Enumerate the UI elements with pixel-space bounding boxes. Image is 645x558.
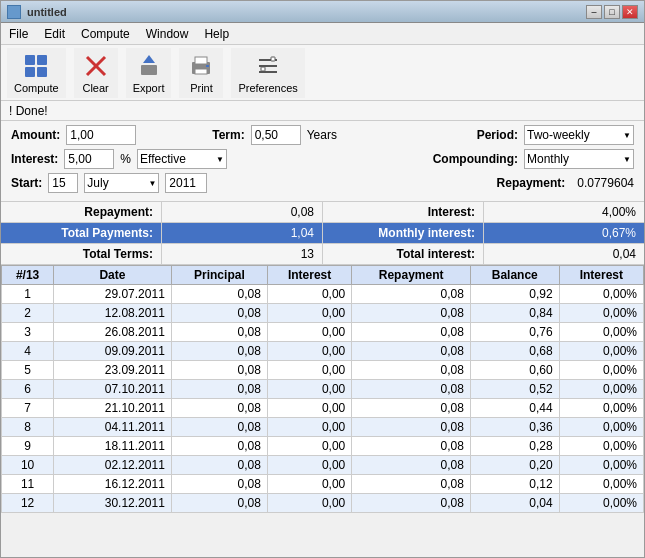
table-cell: 30.12.2011 — [54, 494, 172, 513]
close-button[interactable]: ✕ — [622, 5, 638, 19]
table-cell: 0,04 — [470, 494, 559, 513]
table-cell: 10 — [2, 456, 54, 475]
table-cell: 0,08 — [171, 304, 267, 323]
menu-file[interactable]: File — [1, 23, 36, 44]
start-month-select[interactable]: JanuaryFebruaryMarch AprilMayJune JulyAu… — [84, 173, 159, 193]
table-cell: 0,00% — [559, 323, 643, 342]
menu-window[interactable]: Window — [138, 23, 197, 44]
compounding-select-wrapper: Monthly Daily Weekly Quarterly Annually — [524, 149, 634, 169]
table-cell: 0,00 — [267, 304, 351, 323]
table-cell: 0,00 — [267, 418, 351, 437]
window-title: untitled — [27, 6, 580, 18]
export-button[interactable]: Export — [126, 48, 172, 98]
table-cell: 0,92 — [470, 285, 559, 304]
summary-monthly-interest-label: Monthly interest: — [323, 223, 484, 243]
compute-label: Compute — [14, 82, 59, 94]
form-row-1: Amount: Term: Years Period: Two-weekly M… — [11, 125, 634, 145]
start-day-input[interactable] — [48, 173, 78, 193]
svg-rect-16 — [271, 57, 275, 61]
table-cell: 1 — [2, 285, 54, 304]
table-cell: 0,08 — [171, 342, 267, 361]
print-button[interactable]: Print — [179, 48, 223, 98]
clear-label: Clear — [82, 82, 108, 94]
summary-repayment-value: 0,08 — [162, 202, 323, 222]
period-select-wrapper: Two-weekly Monthly Weekly — [524, 125, 634, 145]
col-header-num: #/13 — [2, 266, 54, 285]
percent-label: % — [120, 152, 131, 166]
svg-rect-15 — [261, 67, 265, 71]
table-cell: 0,08 — [352, 399, 471, 418]
table-cell: 0,00% — [559, 456, 643, 475]
table-row: 918.11.20110,080,000,080,280,00% — [2, 437, 644, 456]
table-cell: 0,60 — [470, 361, 559, 380]
table-cell: 0,08 — [352, 304, 471, 323]
maximize-button[interactable]: □ — [604, 5, 620, 19]
status-bar: ! Done! — [1, 101, 644, 121]
table-cell: 0,68 — [470, 342, 559, 361]
table-cell: 0,08 — [352, 456, 471, 475]
table-cell: 0,08 — [352, 418, 471, 437]
table-cell: 8 — [2, 418, 54, 437]
clear-button[interactable]: Clear — [74, 48, 118, 98]
scroll-wrapper[interactable]: #/13 Date Principal Interest Repayment B… — [1, 265, 644, 557]
table-cell: 0,84 — [470, 304, 559, 323]
menu-help[interactable]: Help — [196, 23, 237, 44]
table-cell: 0,08 — [171, 323, 267, 342]
term-input[interactable] — [251, 125, 301, 145]
summary-row-3: Total Terms: 13 Total interest: 0,04 — [1, 244, 644, 265]
repayment-calc-label: Repayment: — [497, 176, 566, 190]
col-header-balance: Balance — [470, 266, 559, 285]
col-header-repayment: Repayment — [352, 266, 471, 285]
menu-compute[interactable]: Compute — [73, 23, 138, 44]
table-cell: 0,08 — [171, 437, 267, 456]
svg-rect-11 — [206, 65, 209, 67]
status-message: ! Done! — [9, 104, 48, 118]
export-icon — [135, 52, 163, 80]
table-cell: 04.11.2011 — [54, 418, 172, 437]
form-row-2: Interest: % Effective Nominal Compoundin… — [11, 149, 634, 169]
col-header-interest: Interest — [267, 266, 351, 285]
main-window: untitled – □ ✕ File Edit Compute Window … — [0, 0, 645, 558]
table-cell: 0,08 — [352, 494, 471, 513]
preferences-button[interactable]: Preferences — [231, 48, 304, 98]
svg-rect-9 — [195, 57, 207, 64]
table-cell: 0,08 — [171, 285, 267, 304]
table-cell: 0,08 — [171, 494, 267, 513]
table-cell: 16.12.2011 — [54, 475, 172, 494]
table-cell: 9 — [2, 437, 54, 456]
summary-row-2: Total Payments: 1,04 Monthly interest: 0… — [1, 223, 644, 244]
compute-button[interactable]: Compute — [7, 48, 66, 98]
svg-rect-2 — [25, 67, 35, 77]
menu-edit[interactable]: Edit — [36, 23, 73, 44]
minimize-button[interactable]: – — [586, 5, 602, 19]
table-cell: 0,44 — [470, 399, 559, 418]
table-cell: 2 — [2, 304, 54, 323]
table-cell: 0,52 — [470, 380, 559, 399]
interest-input[interactable] — [64, 149, 114, 169]
table-cell: 0,00 — [267, 437, 351, 456]
col-header-interest2: Interest — [559, 266, 643, 285]
svg-rect-3 — [37, 67, 47, 77]
compounding-select[interactable]: Monthly Daily Weekly Quarterly Annually — [524, 149, 634, 169]
start-label: Start: — [11, 176, 42, 190]
print-label: Print — [190, 82, 213, 94]
table-cell: 0,00 — [267, 342, 351, 361]
table-cell: 0,00 — [267, 475, 351, 494]
interest-type-select[interactable]: Effective Nominal — [137, 149, 227, 169]
table-row: 326.08.20110,080,000,080,760,00% — [2, 323, 644, 342]
title-bar: untitled – □ ✕ — [1, 1, 644, 23]
table-cell: 0,00% — [559, 437, 643, 456]
table-row: 804.11.20110,080,000,080,360,00% — [2, 418, 644, 437]
table-cell: 0,08 — [171, 456, 267, 475]
summary-total-payments-value: 1,04 — [162, 223, 323, 243]
amount-input[interactable] — [66, 125, 136, 145]
period-select[interactable]: Two-weekly Monthly Weekly — [524, 125, 634, 145]
table-cell: 0,08 — [171, 475, 267, 494]
table-row: 1002.12.20110,080,000,080,200,00% — [2, 456, 644, 475]
table-cell: 0,00% — [559, 494, 643, 513]
interest-label: Interest: — [11, 152, 58, 166]
table-cell: 18.11.2011 — [54, 437, 172, 456]
table-cell: 0,08 — [352, 323, 471, 342]
table-cell: 0,00% — [559, 361, 643, 380]
start-year-input[interactable] — [165, 173, 207, 193]
